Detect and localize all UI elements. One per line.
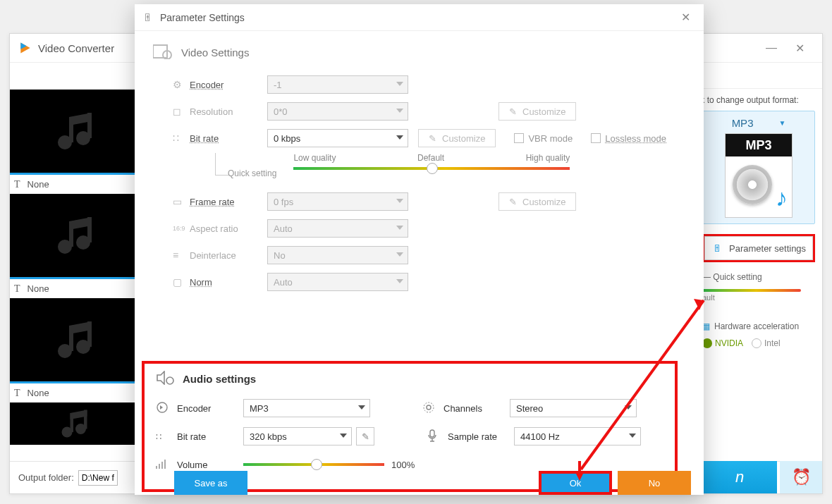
quick-setting-default-fragment: ault xyxy=(702,293,815,302)
video-bitrate-label: Bit rate xyxy=(190,133,267,144)
lossless-mode-checkbox[interactable]: Lossless mode xyxy=(591,133,666,144)
no-button[interactable]: No xyxy=(618,471,691,495)
video-norm-label: Norm xyxy=(190,277,267,288)
video-deinterlace-select[interactable]: No xyxy=(267,246,408,264)
chevron-down-icon xyxy=(396,279,403,283)
ok-button[interactable]: Ok xyxy=(539,471,612,495)
video-aspect-select[interactable]: Auto xyxy=(267,219,408,238)
default-quality-label: Default xyxy=(417,153,444,163)
file-thumbnail xyxy=(10,194,137,277)
output-folder-input[interactable] xyxy=(78,470,118,486)
svg-point-18 xyxy=(166,377,173,384)
high-quality-label: High quality xyxy=(526,153,570,163)
resolution-customize-button[interactable]: ✎Customize xyxy=(498,102,576,121)
video-norm-row: ▢ Norm Auto xyxy=(173,269,685,295)
file-item[interactable]: TNone xyxy=(10,298,137,402)
output-format-box[interactable]: MP3 ▼ MP3 ♪ xyxy=(702,111,815,224)
vbr-mode-checkbox[interactable]: VBR mode xyxy=(514,133,573,144)
video-deinterlace-label: Deinterlace xyxy=(190,250,267,261)
file-subtitle: None xyxy=(27,283,49,294)
video-encoder-select[interactable]: -1 xyxy=(267,75,408,94)
dialog-footer: Save as Ok No xyxy=(135,471,704,495)
video-bitrate-row: ∷ Bit rate 0 kbps ✎Customize VBR mode Lo… xyxy=(173,125,685,152)
film-gear-icon xyxy=(153,44,173,61)
right-panel: lick to change output format: MP3 ▼ MP3 … xyxy=(695,90,822,461)
schedule-button[interactable]: ⏰ xyxy=(780,461,822,493)
video-bitrate-select[interactable]: 0 kbps xyxy=(267,129,408,147)
file-subtitle: None xyxy=(27,388,49,398)
dialog-close-button[interactable]: ✕ xyxy=(675,11,695,24)
hardware-accel-row[interactable]: ▦ Hardware acceleration xyxy=(702,321,815,331)
quick-setting-branch-label: Quick setting xyxy=(228,168,276,178)
low-quality-label: Low quality xyxy=(293,153,336,163)
video-resolution-label: Resolution xyxy=(190,106,267,117)
output-folder-label: Output folder: xyxy=(18,472,74,483)
video-settings-header: Video Settings xyxy=(153,44,685,61)
parameter-settings-button[interactable]: 🎚 Parameter settings xyxy=(704,236,813,260)
video-resolution-select[interactable]: 0*0 xyxy=(267,102,408,121)
chevron-down-icon xyxy=(340,434,347,438)
file-thumbnail xyxy=(10,298,137,381)
chevron-down-icon xyxy=(396,109,403,113)
close-button[interactable]: ✕ xyxy=(785,34,814,62)
encoder-icon: ⚙ xyxy=(173,79,190,90)
audio-encoder-label: Encoder xyxy=(177,403,243,414)
audio-volume-value: 100% xyxy=(391,460,415,470)
svg-rect-22 xyxy=(430,430,434,437)
audio-volume-label: Volume xyxy=(177,460,243,470)
pencil-icon: ✎ xyxy=(362,431,369,442)
intel-badge: Intel xyxy=(752,338,781,348)
chevron-down-icon xyxy=(396,82,403,86)
audio-samplerate-label: Sample rate xyxy=(448,431,514,442)
video-aspect-row: 16:9 Aspect ratio Auto xyxy=(173,215,685,242)
app-logo-icon xyxy=(18,41,32,55)
file-item[interactable]: TNone xyxy=(10,90,137,194)
norm-icon: ▢ xyxy=(173,276,190,288)
video-quality-slider[interactable]: Low quality Default High quality xyxy=(293,153,570,170)
video-framerate-select[interactable]: 0 fps xyxy=(267,192,408,211)
file-list: TNone TNone TNone xyxy=(10,90,137,461)
minimize-button[interactable]: — xyxy=(757,34,785,62)
video-encoder-row: ⚙ Encoder -1 xyxy=(173,71,685,98)
channels-icon xyxy=(422,401,443,416)
bitrate-customize-button[interactable]: ✎Customize xyxy=(418,129,496,147)
video-deinterlace-row: ≡ Deinterlace No xyxy=(173,242,685,269)
intel-icon xyxy=(752,338,761,348)
audio-samplerate-select[interactable]: 44100 Hz xyxy=(514,427,641,445)
save-as-button[interactable]: Save as xyxy=(174,471,247,495)
music-note-icon: ♪ xyxy=(776,184,788,211)
slider-knob[interactable] xyxy=(311,459,322,470)
quick-setting-slider[interactable] xyxy=(702,289,801,292)
audio-bitrate-label: Bit rate xyxy=(177,431,243,442)
svg-point-20 xyxy=(424,402,434,412)
chevron-down-icon: ▼ xyxy=(778,119,785,127)
audio-channels-select[interactable]: Stereo xyxy=(510,399,637,417)
video-aspect-label: Aspect ratio xyxy=(190,223,267,234)
file-thumbnail xyxy=(10,90,137,173)
slider-knob[interactable] xyxy=(427,163,438,174)
video-norm-select[interactable]: Auto xyxy=(267,273,408,291)
resolution-icon: ◻ xyxy=(173,106,190,117)
audio-volume-slider[interactable] xyxy=(243,463,384,466)
chevron-down-icon xyxy=(396,199,403,203)
run-button[interactable]: n xyxy=(702,461,777,493)
video-resolution-row: ◻ Resolution 0*0 ✎Customize xyxy=(173,98,685,125)
pencil-icon: ✎ xyxy=(509,197,517,207)
dialog-title: Parameter Settings xyxy=(160,12,245,23)
volume-bars-icon xyxy=(156,459,177,471)
mic-icon xyxy=(427,429,448,444)
audio-bitrate-edit-button[interactable]: ✎ xyxy=(356,427,374,445)
audio-encoder-select[interactable]: MP3 xyxy=(243,399,370,417)
pencil-icon: ✎ xyxy=(509,106,517,117)
file-item[interactable]: TNone xyxy=(10,194,137,298)
svg-point-21 xyxy=(427,405,431,410)
speaker-icon xyxy=(156,401,177,416)
deinterlace-icon: ≡ xyxy=(173,250,190,261)
output-format-hint: lick to change output format: xyxy=(692,95,815,105)
sliders-icon: 🎚 xyxy=(711,243,723,254)
video-framerate-label: Frame rate xyxy=(190,197,267,207)
file-item[interactable] xyxy=(10,402,137,461)
framerate-customize-button[interactable]: ✎Customize xyxy=(498,192,576,211)
bitrate-icon: ∷ xyxy=(173,133,190,144)
audio-bitrate-select[interactable]: 320 kbps xyxy=(243,427,352,445)
